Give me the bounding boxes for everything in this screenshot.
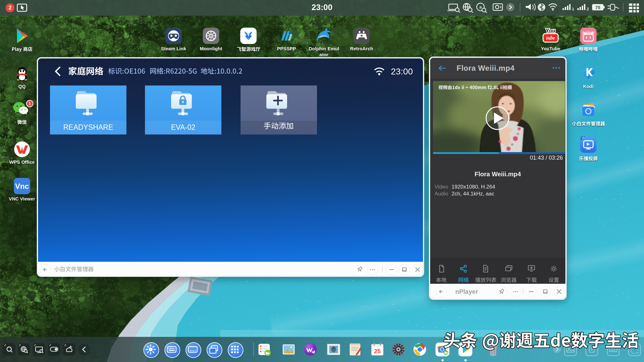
- svg-text:tube: tube: [546, 35, 555, 41]
- svg-text:75: 75: [595, 5, 601, 10]
- svg-text:You: You: [546, 28, 556, 34]
- svg-text:25: 25: [374, 348, 381, 354]
- svg-text:2: 2: [587, 7, 589, 11]
- svg-text:a: a: [479, 5, 482, 9]
- svg-text:1: 1: [572, 7, 574, 11]
- svg-text:Vnc: Vnc: [15, 182, 29, 190]
